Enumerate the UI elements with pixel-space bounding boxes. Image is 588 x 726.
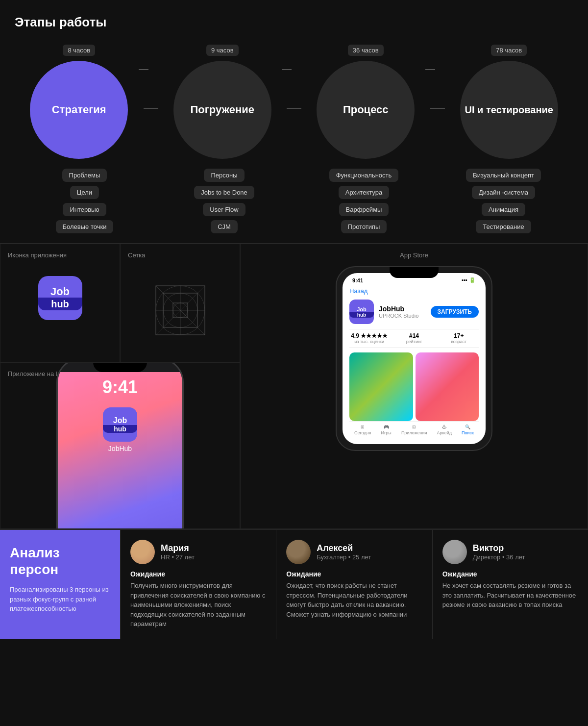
tag-0-2: Интервью [63, 203, 106, 216]
stat-age-val: 17+ [439, 332, 479, 339]
persona-info-2: Виктор Директор • 36 лет [473, 543, 525, 561]
phone-notch [390, 267, 439, 278]
stage-circle-3: UI и тестирование [460, 61, 558, 159]
tags-col-2: Функциональность Архитектура Варфреймы П… [294, 169, 434, 233]
appstore-screenshots [349, 352, 479, 421]
iphone-section: Приложение на Iphone 9:41 Job hub JobHub [0, 362, 240, 529]
tag-3-0: Визуальный концепт [466, 169, 541, 182]
big-phone-screen: 9:41 Job hub JobHub [58, 372, 182, 529]
stage-hours-3: 78 часов [491, 45, 527, 56]
stat-age: 17+ возраст [439, 332, 479, 344]
big-phone: 9:41 Job hub JobHub [56, 362, 184, 529]
appstore-stats: 4.9 ★★★★★ из тыс. оценки #14 рейтинг 17+… [349, 329, 479, 348]
tabbar-today[interactable]: ⊞ Сегодня [354, 425, 371, 435]
tabbar-arcade[interactable]: 🕹 Аркейд [437, 425, 452, 435]
stages-section: Этапы работы 8 часов Стратегия 9 часов П… [0, 0, 588, 243]
connector-2 [287, 59, 301, 157]
persona-name-1: Алексей [317, 543, 371, 553]
persona-info-1: Алексей Бухгалтер • 25 лет [317, 543, 371, 561]
persona-role-1: Бухгалтер • 25 лет [317, 553, 371, 561]
appstore-app-icon: Job hub [349, 300, 374, 324]
persona-exp-label-2: Ожидание [442, 570, 578, 578]
tag-2-1: Архитектура [339, 186, 389, 199]
tag-2-0: Функциональность [329, 169, 399, 182]
tag-2-3: Прототипы [341, 220, 387, 233]
stage-circle-1: Погружение [173, 61, 271, 159]
stat-rank-val: #14 [394, 332, 434, 339]
tabbar-apps[interactable]: ⊞ Приложения [401, 425, 427, 435]
big-phone-container: 9:41 Job hub JobHub [8, 382, 232, 525]
persona-card-0: Мария HR • 27 лет Ожидание Получить мног… [120, 530, 276, 639]
stat-rank-lbl: рейтинг [394, 339, 434, 344]
persona-name-0: Мария [161, 543, 195, 553]
stages-title: Этапы работы [15, 15, 573, 30]
persona-avatar-2 [442, 540, 467, 564]
stage-ui: 78 часов UI и тестирование [445, 45, 574, 159]
tabbar-games[interactable]: 🎮 Игры [381, 425, 392, 435]
connector-3 [430, 59, 445, 157]
grid-label: Сетка [128, 251, 232, 259]
persona-exp-text-1: Ожидает, что поиск работы не станет стре… [286, 581, 422, 619]
stage-strategy: 8 часов Стратегия [15, 45, 144, 159]
phone-time: 9:41 [352, 277, 363, 283]
personas-section: Анализ персон Проанализированы 3 персоны… [0, 529, 588, 639]
grid-display [128, 266, 232, 354]
screenshot-1 [349, 352, 413, 421]
appstore-cell: App Store 9:41 ▪▪▪ 🔋 Назад Job hub [240, 244, 588, 529]
connector-1 [144, 59, 158, 157]
stat-rating-val: 4.9 ★★★★★ [349, 332, 389, 339]
big-phone-icon-wrap: Job hub JobHub [103, 407, 137, 452]
appstore-label: App Store [400, 251, 428, 259]
stage-hours-0: 8 часов [63, 45, 95, 56]
appstore-app-dev: UPROCK Studio [379, 313, 426, 319]
tag-0-1: Цели [70, 186, 99, 199]
stat-rank: #14 рейтинг [394, 332, 434, 344]
tabbar-search[interactable]: 🔍 Поиск [462, 425, 474, 435]
tags-col-1: Персоны Jobs to be Done User Flow CJM [154, 169, 294, 233]
big-jobhub-icon: Job hub [103, 407, 137, 442]
stage-hours-1: 9 часов [206, 45, 239, 56]
persona-exp-text-2: Не хочет сам составлять резюме и готов з… [442, 581, 578, 610]
appstore-download-btn[interactable]: ЗАГРУЗИТЬ [431, 306, 479, 318]
stat-rating-lbl: из тыс. оценки [349, 339, 389, 344]
stat-rating: 4.9 ★★★★★ из тыс. оценки [349, 332, 389, 344]
stages-tags-row: Проблемы Цели Интервью Болевые точки Пер… [15, 169, 573, 233]
tag-3-1: Дизайн -система [472, 186, 535, 199]
app-section: Иконка приложения Job hub Сетка [0, 244, 588, 529]
grid-cell: Сетка [120, 244, 240, 362]
signal-icons: ▪▪▪ 🔋 [462, 277, 476, 283]
tag-0-0: Проблемы [62, 169, 107, 182]
tag-0-3: Болевые точки [56, 220, 114, 233]
stat-age-lbl: возраст [439, 339, 479, 344]
tag-1-2: User Flow [203, 203, 245, 216]
tag-3-2: Анимация [482, 203, 525, 216]
persona-header-2: Виктор Директор • 36 лет [442, 540, 578, 564]
tag-1-3: CJM [211, 220, 238, 233]
persona-info-0: Мария HR • 27 лет [161, 543, 195, 561]
persona-exp-text-0: Получить много инструментов для привлече… [130, 581, 266, 629]
screenshot-2 [416, 352, 479, 421]
tags-col-3: Визуальный концепт Дизайн -система Анима… [434, 169, 573, 233]
appstore-back-btn[interactable]: Назад [349, 287, 479, 295]
stage-process: 36 часов Процесс [301, 45, 430, 159]
persona-role-2: Директор • 36 лет [473, 553, 525, 561]
grid-icon [151, 281, 210, 340]
persona-card-1: Алексей Бухгалтер • 25 лет Ожидание Ожид… [276, 530, 432, 639]
app-icon-cell: Иконка приложения Job hub [0, 244, 120, 362]
tag-1-1: Jobs to be Done [194, 186, 254, 199]
tag-1-0: Персоны [204, 169, 244, 182]
persona-avatar-0 [130, 540, 155, 564]
stage-circle-2: Процесс [317, 61, 415, 159]
stage-circle-0: Стратегия [30, 61, 128, 159]
personas-intro-title: Анализ персон [10, 545, 110, 577]
appstore-tabbar: ⊞ Сегодня 🎮 Игры ⊞ Приложения 🕹 [349, 421, 479, 437]
personas-intro-desc: Проанализированы 3 персоны из разных фок… [10, 585, 110, 614]
stage-hours-2: 36 часов [348, 45, 384, 56]
persona-exp-label-1: Ожидание [286, 570, 422, 578]
persona-exp-label-0: Ожидание [130, 570, 266, 578]
jobhub-app-icon: Job hub [38, 276, 82, 320]
phone-content: Назад Job hub JobHub UPROCK Studio ЗАГРУ… [343, 283, 486, 444]
persona-card-2: Виктор Директор • 36 лет Ожидание Не хоч… [432, 530, 588, 639]
phone-screen: 9:41 ▪▪▪ 🔋 Назад Job hub JobHub UPROCK S… [343, 273, 486, 444]
persona-name-2: Виктор [473, 543, 525, 553]
